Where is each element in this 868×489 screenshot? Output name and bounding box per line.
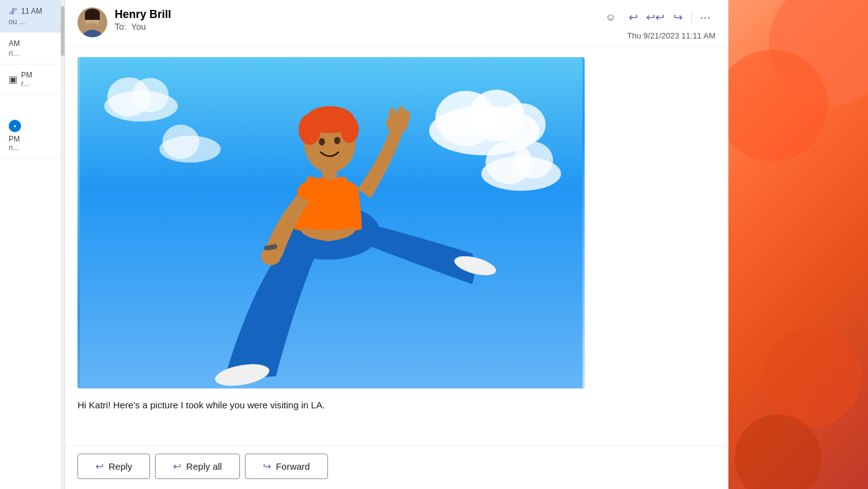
decorative-blob-3 bbox=[763, 328, 862, 427]
forward-btn-label: Forward bbox=[276, 461, 310, 472]
sidebar-scrollbar[interactable] bbox=[61, 0, 64, 489]
more-actions-button[interactable]: ··· bbox=[696, 7, 715, 27]
svg-point-10 bbox=[497, 103, 546, 146]
svg-point-28 bbox=[340, 116, 359, 143]
email-timestamp: Thu 9/21/2023 11:11 AM bbox=[627, 31, 715, 40]
svg-point-35 bbox=[404, 110, 410, 121]
sender-avatar bbox=[78, 7, 107, 37]
emoji-icon: ☺ bbox=[606, 12, 616, 23]
email-reply-actions: ↩ Reply ↩ Reply all ↪ Forward bbox=[65, 446, 728, 489]
sidebar-item-preview-3: r... bbox=[21, 79, 32, 88]
svg-point-33 bbox=[389, 108, 396, 120]
action-divider bbox=[691, 11, 692, 24]
email-main: Henry Brill To: You ☺ ↩ ↩↩ ↪ bbox=[65, 0, 728, 489]
sidebar-item-1[interactable]: 🖇 11 AM ou ... bbox=[0, 0, 64, 33]
svg-point-4 bbox=[87, 23, 97, 29]
svg-point-30 bbox=[334, 137, 340, 145]
sidebar-scrollbar-thumb bbox=[61, 6, 64, 56]
sidebar-item-2[interactable]: AM ri... bbox=[0, 33, 64, 65]
svg-point-34 bbox=[397, 106, 405, 119]
forward-action-button[interactable]: ↪ Forward bbox=[245, 454, 328, 479]
sidebar-item-3[interactable]: ▣ PM r... bbox=[0, 65, 64, 95]
sidebar-item-4[interactable]: • PM n... bbox=[0, 114, 64, 159]
svg-point-29 bbox=[319, 138, 325, 146]
more-icon: ··· bbox=[700, 11, 711, 24]
email-actions: ☺ ↩ ↩↩ ↪ ··· bbox=[601, 7, 715, 27]
reply-icon: ↩ bbox=[629, 11, 638, 24]
reply-all-btn-icon: ↩ bbox=[173, 460, 181, 472]
sidebar-item-preview-4: n... bbox=[9, 143, 56, 152]
svg-rect-3 bbox=[85, 14, 100, 20]
email-meta: ☺ ↩ ↩↩ ↪ ··· Thu 9/21/2023 11:11 AM bbox=[601, 7, 715, 40]
sidebar-item-time-1: 11 AM bbox=[21, 7, 42, 16]
svg-point-18 bbox=[162, 125, 199, 159]
svg-point-16 bbox=[132, 78, 169, 112]
emoji-reaction-button[interactable]: ☺ bbox=[601, 7, 621, 27]
attachment-icon: 🖇 bbox=[9, 6, 17, 16]
svg-rect-23 bbox=[337, 177, 347, 192]
reply-all-icon: ↩↩ bbox=[646, 11, 665, 24]
reply-action-button[interactable]: ↩ Reply bbox=[78, 454, 150, 479]
reply-all-button[interactable]: ↩↩ bbox=[645, 7, 665, 27]
email-image bbox=[78, 57, 585, 388]
person-svg bbox=[78, 57, 585, 388]
reply-btn-icon: ↩ bbox=[95, 460, 104, 472]
email-body-text: Hi Katri! Here’s a picture I took while … bbox=[78, 398, 715, 413]
avatar-image bbox=[78, 7, 107, 37]
svg-rect-22 bbox=[306, 177, 316, 192]
svg-point-27 bbox=[299, 114, 321, 145]
reply-btn-label: Reply bbox=[108, 461, 132, 472]
sidebar-item-time-3: PM bbox=[21, 71, 32, 79]
right-decorative-panel bbox=[728, 0, 868, 489]
svg-point-31 bbox=[261, 248, 281, 266]
sidebar: 🖇 11 AM ou ... AM ri... ▣ PM r... • PM n… bbox=[0, 0, 65, 489]
sender-name: Henry Brill bbox=[115, 7, 601, 22]
sender-info: Henry Brill To: You bbox=[115, 7, 601, 32]
reply-button[interactable]: ↩ bbox=[623, 7, 643, 27]
forward-button[interactable]: ↪ bbox=[668, 7, 688, 27]
fashion-photo bbox=[78, 57, 585, 388]
email-header: Henry Brill To: You ☺ ↩ ↩↩ ↪ bbox=[65, 0, 728, 47]
reply-all-btn-label: Reply all bbox=[186, 461, 222, 472]
sidebar-item-time-2: AM bbox=[9, 39, 20, 48]
sidebar-item-time-4: PM bbox=[9, 135, 56, 143]
forward-icon: ↪ bbox=[673, 11, 683, 24]
email-body: Hi Katri! Here’s a picture I took while … bbox=[65, 47, 728, 446]
reply-all-action-button[interactable]: ↩ Reply all bbox=[155, 454, 240, 479]
sidebar-item-preview-2: ri... bbox=[9, 49, 56, 58]
sidebar-item-preview-1: ou ... bbox=[9, 17, 56, 26]
calendar-icon: ▣ bbox=[9, 74, 17, 85]
svg-point-13 bbox=[514, 141, 553, 178]
forward-btn-icon: ↪ bbox=[263, 460, 271, 472]
sender-to: To: You bbox=[115, 22, 601, 32]
